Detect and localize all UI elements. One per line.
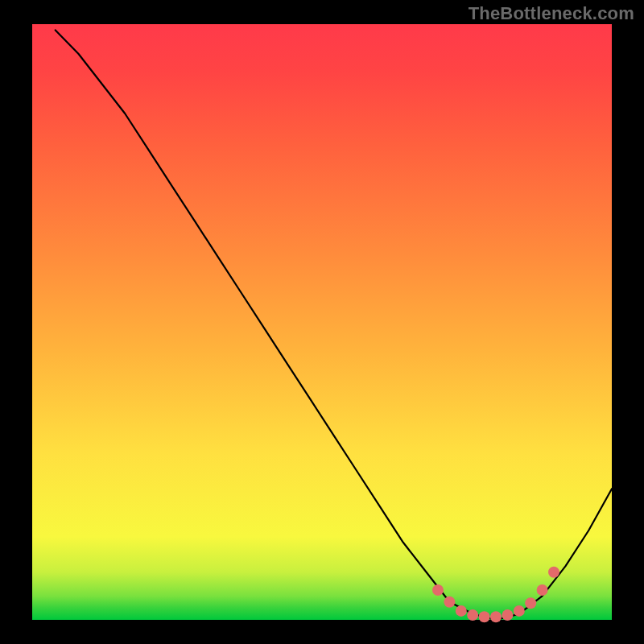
optimal-zone-dot <box>490 611 502 622</box>
optimal-zone-dot <box>525 597 536 609</box>
optimal-zone-dot <box>537 584 548 596</box>
chart-svg <box>0 0 644 644</box>
optimal-zone-dot <box>502 609 513 621</box>
optimal-zone-dot <box>444 597 455 608</box>
optimal-zone-dot <box>432 584 444 596</box>
optimal-zone-dot <box>467 609 478 621</box>
chart-background <box>32 24 612 620</box>
bottleneck-chart: TheBottleneck.com <box>0 0 644 644</box>
optimal-zone-dot <box>456 605 467 617</box>
optimal-zone-dot <box>514 605 525 617</box>
optimal-zone-dot <box>548 567 559 578</box>
optimal-zone-dot <box>479 611 490 622</box>
